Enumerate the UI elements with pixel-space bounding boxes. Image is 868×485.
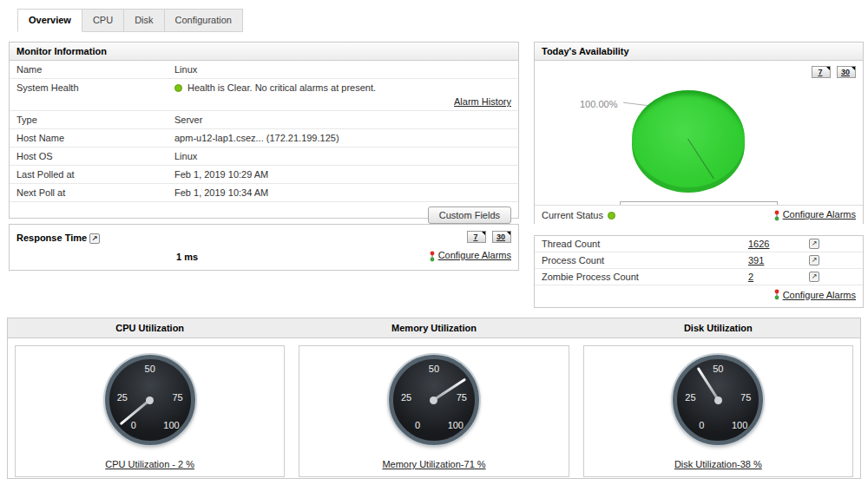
cpu-utilization-link[interactable]: CPU Utilization - 2 % (105, 459, 194, 469)
health-status-text: Health is Clear. No critical alarms at p… (187, 82, 376, 93)
custom-fields-button[interactable]: Custom Fields (428, 206, 511, 224)
zombie-process-count-link[interactable]: 2 (748, 272, 753, 282)
disk-gauge-box: 0 25 50 75 100 Disk Utilization-38 % (583, 345, 853, 477)
traffic-light-icon (773, 210, 780, 221)
info-row-system-health: System Health Health is Clear. No critic… (10, 79, 518, 111)
response-time-title: Response Time (16, 233, 87, 243)
info-label: Name (16, 64, 174, 75)
configure-alarms-link[interactable]: Configure Alarms (783, 209, 856, 220)
info-label: System Health (16, 82, 174, 93)
gauge-tick: 75 (740, 392, 751, 403)
gauge-hub (146, 397, 154, 404)
gauge-tick: 50 (145, 364, 155, 374)
traffic-light-icon (773, 289, 780, 300)
availability-pie-chart[interactable] (632, 90, 745, 189)
memory-gauge-box: 0 25 50 75 100 Memory Utilization-71 % (299, 345, 569, 477)
count-row-zombie: Zombie Process Count 2 ↗ (535, 269, 863, 285)
count-label: Process Count (542, 255, 748, 265)
gauge-hub (430, 397, 437, 404)
tab-configuration[interactable]: Configuration (165, 9, 243, 32)
alarm-history-link[interactable]: Alarm History (454, 96, 511, 107)
gauge-tick: 25 (401, 392, 411, 403)
memory-utilization-link[interactable]: Memory Utilization-71 % (382, 459, 485, 469)
memory-utilization-header: Memory Utilization (292, 318, 575, 338)
info-row-host-os: Host OS Linux (10, 147, 518, 166)
info-row-name: Name Linux (10, 61, 518, 79)
count-row-process: Process Count 391 ↗ (535, 252, 863, 269)
popup-icon[interactable]: ↗ (809, 272, 819, 282)
gauge-tick: 0 (699, 420, 704, 430)
last-7-days-button[interactable]: 7 (467, 231, 486, 243)
memory-gauge: 0 25 50 75 100 (389, 355, 479, 445)
info-row-type: Type Server (10, 111, 518, 129)
disk-utilization-link[interactable]: Disk Utilization-38 % (674, 459, 762, 469)
count-label: Thread Count (542, 239, 748, 249)
info-value: apm-u12-lap1.csez... (172.21.199.125) (174, 133, 511, 143)
info-label: Host Name (16, 133, 174, 143)
response-time-panel: Response Time ↗ 1 ms 7 30 Configure Alar… (9, 224, 519, 271)
utilization-panel: CPU Utilization Memory Utilization Disk … (7, 318, 861, 479)
cpu-utilization-header: CPU Utilization (8, 318, 292, 338)
disk-gauge: 0 25 50 75 100 (673, 355, 763, 445)
pie-percentage-label: 100.00% (580, 99, 621, 109)
info-row-next-poll: Next Poll at Feb 1, 2019 10:34 AM (10, 184, 518, 202)
process-counts-panel: Thread Count 1626 ↗ Process Count 391 ↗ … (534, 235, 864, 308)
gauge-tick: 0 (415, 420, 420, 430)
gauge-hub (714, 397, 722, 404)
last-30-days-button[interactable]: 30 (837, 66, 856, 78)
response-time-value: 1 ms (176, 252, 198, 262)
info-row-last-polled: Last Polled at Feb 1, 2019 10:29 AM (10, 166, 518, 184)
info-value: Server (174, 115, 511, 125)
info-label: Next Poll at (16, 187, 174, 198)
current-status-label: Current Status (542, 210, 603, 220)
configure-alarms-link[interactable]: Configure Alarms (438, 250, 511, 260)
gauge-tick: 75 (457, 392, 467, 403)
gauge-tick: 50 (429, 364, 439, 374)
info-value: Feb 1, 2019 10:29 AM (174, 169, 511, 180)
gauge-tick: 25 (117, 392, 128, 403)
gauge-tick: 100 (448, 420, 464, 430)
info-label: Host OS (16, 151, 174, 161)
tab-disk[interactable]: Disk (124, 9, 164, 32)
gauge-tick: 75 (172, 392, 182, 403)
tab-overview[interactable]: Overview (17, 9, 82, 32)
tab-cpu[interactable]: CPU (82, 9, 124, 32)
info-value: Linux (174, 151, 511, 161)
current-status-icon (608, 212, 615, 220)
info-value: Linux (174, 64, 511, 75)
thread-count-link[interactable]: 1626 (748, 239, 769, 249)
last-30-days-button[interactable]: 30 (492, 231, 511, 243)
cpu-gauge-box: 0 25 50 75 100 CPU Utilization - 2 % (15, 345, 285, 477)
info-label: Last Polled at (16, 169, 174, 180)
info-value: Feb 1, 2019 10:34 AM (174, 187, 511, 198)
availability-panel: Today's Availability 7 30 100.00% Uptime… (534, 42, 864, 224)
info-row-host-name: Host Name apm-u12-lap1.csez... (172.21.1… (10, 129, 518, 147)
gauge-tick: 0 (131, 420, 136, 430)
cpu-gauge: 0 25 50 75 100 (105, 355, 195, 445)
monitor-information-title: Monitor Information (10, 43, 518, 61)
health-status-icon (174, 84, 182, 92)
gauge-tick: 100 (732, 420, 747, 430)
gauge-tick: 50 (713, 364, 723, 374)
monitor-information-panel: Monitor Information Name Linux System He… (9, 42, 519, 219)
popup-icon[interactable]: ↗ (809, 255, 819, 265)
availability-title: Today's Availability (535, 43, 863, 61)
count-row-thread: Thread Count 1626 ↗ (535, 236, 863, 252)
gauge-tick: 100 (163, 420, 179, 430)
last-7-days-button[interactable]: 7 (812, 66, 831, 78)
popup-icon[interactable]: ↗ (89, 233, 100, 244)
traffic-light-icon (429, 251, 436, 262)
gauge-tick: 25 (685, 392, 695, 403)
popup-icon[interactable]: ↗ (809, 239, 819, 249)
info-label: Type (16, 115, 174, 125)
count-label: Zombie Process Count (542, 272, 748, 282)
configure-alarms-link[interactable]: Configure Alarms (783, 290, 856, 300)
process-count-link[interactable]: 391 (748, 255, 764, 265)
tab-bar: Overview CPU Disk Configuration (17, 9, 243, 32)
disk-utilization-header: Disk Utilization (576, 318, 860, 338)
